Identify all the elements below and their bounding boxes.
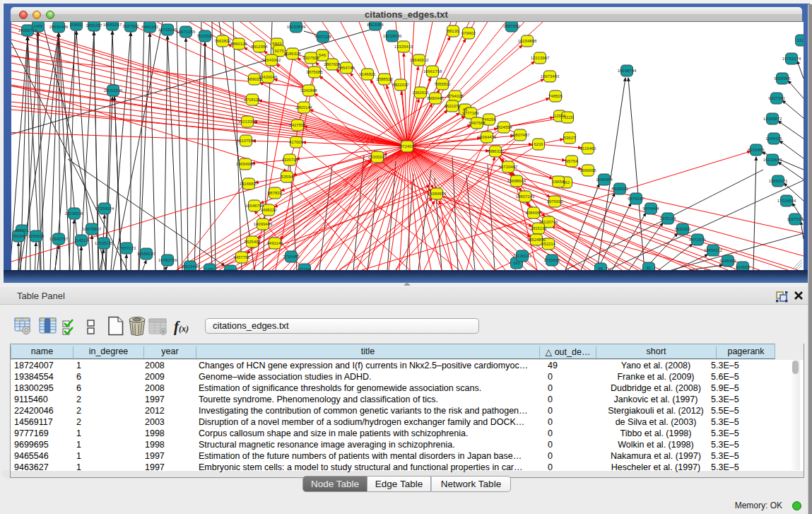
svg-text:1527602: 1527602 <box>122 24 139 28</box>
svg-text:10654112: 10654112 <box>704 248 723 252</box>
svg-text:12942757: 12942757 <box>49 237 69 241</box>
svg-text:7632621: 7632621 <box>674 227 691 231</box>
svg-text:85: 85 <box>599 267 604 270</box>
svg-text:39154: 39154 <box>13 234 25 238</box>
svg-text:7986322: 7986322 <box>487 149 504 153</box>
svg-text:3875685: 3875685 <box>306 70 323 74</box>
svg-text:2867608: 2867608 <box>324 62 341 66</box>
svg-text:9457791: 9457791 <box>233 255 250 259</box>
svg-text:16648794: 16648794 <box>618 69 637 73</box>
svg-text:2687682: 2687682 <box>503 24 520 28</box>
svg-text:18807249: 18807249 <box>516 194 535 199</box>
svg-text:10120746: 10120746 <box>539 220 558 224</box>
svg-text:1362615: 1362615 <box>412 90 429 95</box>
svg-text:6794028: 6794028 <box>447 94 464 98</box>
svg-text:19166827: 19166827 <box>240 182 259 186</box>
svg-text:10961758: 10961758 <box>423 69 442 74</box>
svg-text:417006: 417006 <box>289 140 304 144</box>
svg-text:1326713: 1326713 <box>281 158 298 162</box>
svg-text:7663822: 7663822 <box>214 39 231 43</box>
svg-text:16107554: 16107554 <box>237 139 256 143</box>
svg-text:15640910: 15640910 <box>410 58 429 62</box>
svg-text:989015: 989015 <box>247 77 262 81</box>
svg-text:13325419: 13325419 <box>394 45 413 49</box>
svg-text:1588520: 1588520 <box>376 77 393 81</box>
svg-text:1640954: 1640954 <box>596 177 613 182</box>
svg-text:9146821: 9146821 <box>359 72 376 76</box>
svg-text:53627: 53627 <box>564 136 576 140</box>
svg-text:16154808: 16154808 <box>518 39 537 43</box>
svg-text:16210643: 16210643 <box>763 158 782 162</box>
svg-text:3624554: 3624554 <box>495 125 512 129</box>
svg-text:6216: 6216 <box>534 142 543 146</box>
svg-text:1491144: 1491144 <box>267 241 284 245</box>
svg-text:161: 161 <box>513 261 521 265</box>
svg-text:835001: 835001 <box>15 228 30 233</box>
svg-text:75115: 75115 <box>562 115 574 119</box>
svg-text:16543362: 16543362 <box>262 58 281 62</box>
svg-text:25300245: 25300245 <box>368 155 387 159</box>
svg-text:9227343: 9227343 <box>768 96 785 100</box>
svg-text:2718126: 2718126 <box>244 98 261 102</box>
svg-text:9327508: 9327508 <box>302 56 319 60</box>
svg-text:37164: 37164 <box>299 267 311 270</box>
svg-text:9474444: 9474444 <box>642 206 659 211</box>
svg-text:1292: 1292 <box>205 267 215 270</box>
svg-text:8215955: 8215955 <box>748 148 765 152</box>
svg-text:2935114: 2935114 <box>660 216 677 221</box>
svg-text:9084067: 9084067 <box>525 211 542 215</box>
svg-text:7357224: 7357224 <box>314 35 331 39</box>
svg-text:1156829: 1156829 <box>28 234 45 238</box>
svg-text:17016504: 17016504 <box>777 199 796 203</box>
svg-text:1405: 1405 <box>33 24 43 28</box>
svg-text:12505135: 12505135 <box>95 241 114 245</box>
svg-text:9245652: 9245652 <box>719 259 736 263</box>
svg-text:12093872: 12093872 <box>763 117 782 121</box>
svg-text:19218506: 19218506 <box>383 34 402 38</box>
svg-text:15720407: 15720407 <box>499 165 518 169</box>
svg-text:20206536: 20206536 <box>65 211 84 216</box>
svg-text:9275: 9275 <box>274 49 284 53</box>
svg-text:10807487: 10807487 <box>511 133 530 137</box>
svg-text:20364436: 20364436 <box>478 135 497 139</box>
svg-text:20691406: 20691406 <box>49 25 69 29</box>
svg-text:17359924: 17359924 <box>95 206 114 211</box>
svg-text:8427552: 8427552 <box>289 123 306 127</box>
svg-text:14055714: 14055714 <box>18 28 37 33</box>
svg-text:95754: 95754 <box>566 159 578 163</box>
svg-text:924565: 924565 <box>736 265 751 269</box>
svg-text:53594: 53594 <box>281 175 293 179</box>
svg-text:1167533: 1167533 <box>787 217 804 221</box>
svg-text:748505: 748505 <box>548 94 563 98</box>
svg-text:1733426: 1733426 <box>543 258 560 262</box>
svg-text:10719145: 10719145 <box>158 28 177 32</box>
svg-text:9329966: 9329966 <box>774 76 791 81</box>
svg-text:10973493: 10973493 <box>541 74 560 78</box>
svg-text:16671355: 16671355 <box>177 30 196 34</box>
svg-text:14136141: 14136141 <box>513 254 532 258</box>
svg-text:2803144: 2803144 <box>295 105 312 110</box>
svg-text:252214: 252214 <box>541 242 556 246</box>
svg-text:5822: 5822 <box>272 42 282 46</box>
svg-text:15692971: 15692971 <box>769 179 788 183</box>
svg-text:887833: 887833 <box>268 191 283 195</box>
svg-text:8938923: 8938923 <box>611 187 628 191</box>
svg-text:10688609: 10688609 <box>507 179 526 183</box>
svg-text:16782759: 16782759 <box>158 258 177 262</box>
svg-text:8471676: 8471676 <box>689 238 706 242</box>
svg-text:1975692: 1975692 <box>546 199 563 204</box>
svg-text:8990448: 8990448 <box>427 96 444 100</box>
svg-text:17957223: 17957223 <box>117 246 136 250</box>
svg-text:1244415: 1244415 <box>765 136 782 141</box>
svg-text:15751074: 15751074 <box>782 57 801 61</box>
svg-text:91: 91 <box>647 266 652 270</box>
svg-text:1621072: 1621072 <box>444 104 461 108</box>
svg-text:8822037: 8822037 <box>392 83 409 87</box>
svg-text:114519: 114519 <box>74 238 88 243</box>
svg-text:8854749: 8854749 <box>338 66 355 70</box>
svg-text:14099489: 14099489 <box>254 222 273 226</box>
svg-text:9242848: 9242848 <box>300 88 317 93</box>
svg-text:1498222: 1498222 <box>260 208 277 212</box>
svg-text:12923448: 12923448 <box>181 264 200 269</box>
svg-text:12213967: 12213967 <box>531 56 550 60</box>
